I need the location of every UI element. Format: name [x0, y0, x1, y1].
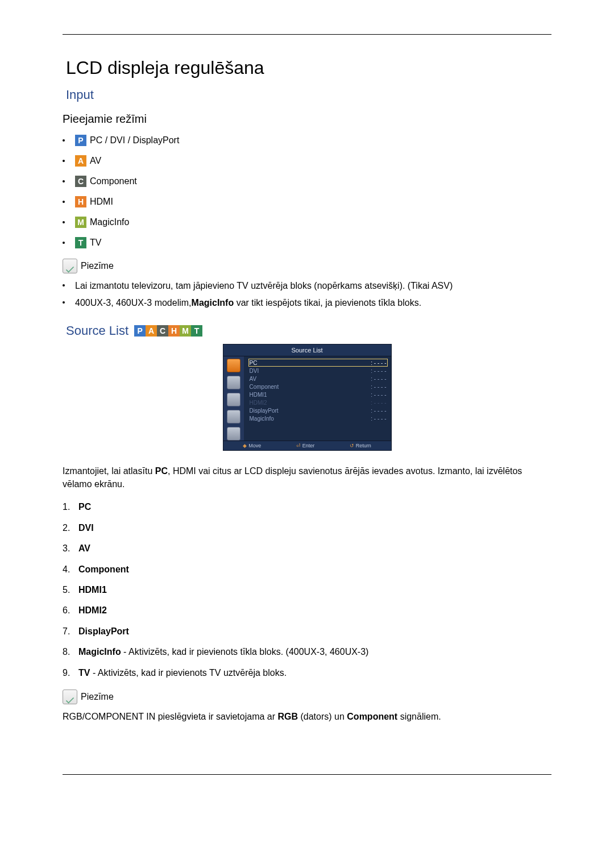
list-item: 7.DisplayPort	[63, 625, 551, 638]
osd-row-label: DisplayPort	[250, 408, 279, 414]
list-item: 5.HDMI1	[63, 584, 551, 596]
osd-row-label: DVI	[250, 368, 259, 374]
osd-row: DisplayPort- - - -	[248, 406, 388, 414]
list-number: 5.	[63, 584, 78, 596]
mode-item: CComponent	[63, 176, 551, 187]
note-head: Piezīme	[63, 259, 551, 273]
list-number: 9.	[63, 667, 78, 679]
note-icon	[63, 690, 77, 704]
list-number: 6.	[63, 604, 78, 617]
mode-label: TV	[90, 238, 101, 248]
list-item: 9.TV - Aktivizēts, kad ir pievienots TV …	[63, 667, 551, 679]
list-text: AV	[78, 542, 90, 555]
note-head-2: Piezīme	[63, 690, 551, 704]
osd-row-label: Component	[250, 384, 279, 390]
osd-row-value: - - - -	[371, 408, 386, 414]
list-item: 8.MagicInfo - Aktivizēts, kad ir pievien…	[63, 646, 551, 658]
list-text: Component	[78, 563, 129, 576]
osd-screenshot: Source List PC- - - -DVI- - - -AV- - - -…	[223, 344, 392, 451]
list-number: 8.	[63, 646, 78, 658]
strip-badge-c-icon: C	[157, 325, 168, 337]
list-item: 3.AV	[63, 542, 551, 555]
osd-ico-3-icon	[227, 393, 240, 406]
osd-row: PC- - - -	[248, 359, 388, 367]
list-text: HDMI2	[78, 604, 107, 617]
osd-foot-enter: ⏎Enter	[296, 443, 315, 448]
list-text: DVI	[78, 522, 94, 534]
list-number: 7.	[63, 625, 78, 638]
osd-row: Component- - - -	[248, 383, 388, 391]
osd-row: DVI- - - -	[248, 367, 388, 375]
osd-row-value: - - - -	[371, 360, 386, 366]
note-item: 400UX-3, 460UX-3 modelim,MagicInfo var t…	[63, 296, 551, 310]
mode-item: MMagicInfo	[63, 217, 551, 228]
strip-badge-p-icon: P	[134, 325, 146, 337]
note-list: Lai izmantotu televizoru, tam jāpievieno…	[63, 279, 551, 310]
list-number: 3.	[63, 542, 78, 555]
osd-ico-5-icon	[227, 427, 240, 441]
list-text: HDMI1	[78, 584, 107, 596]
osd-main: PC- - - -DVI- - - -AV- - - -Component- -…	[244, 356, 391, 441]
mode-badge-h-icon: H	[75, 196, 86, 207]
mode-badge-a-icon: A	[75, 155, 86, 167]
page: LCD displeja regulēšana Input Pieejamie …	[0, 0, 614, 868]
osd-row-label: HDMI1	[250, 392, 267, 398]
osd-row-value: - - - -	[371, 392, 386, 398]
osd-row: HDMI1- - - -	[248, 391, 388, 398]
source-list-heading: Source List	[66, 323, 128, 338]
bullet-icon	[63, 242, 65, 244]
osd-foot-move: ◆Move	[243, 443, 261, 448]
mode-label: AV	[90, 156, 101, 166]
note-item: Lai izmantotu televizoru, tam jāpievieno…	[63, 279, 551, 293]
page-title: LCD displeja regulēšana	[66, 57, 551, 78]
osd-row: HDMI2- - - -	[248, 398, 388, 406]
list-item: 1.PC	[63, 501, 551, 513]
osd-row-label: AV	[250, 376, 257, 382]
note-label-2: Piezīme	[81, 692, 114, 702]
mode-item: AAV	[63, 155, 551, 167]
list-item: 6.HDMI2	[63, 604, 551, 617]
list-number: 4.	[63, 563, 78, 576]
list-text: DisplayPort	[78, 625, 129, 638]
osd-footer: ◆Move ⏎Enter ↺Return	[223, 441, 391, 450]
osd-sidebar	[223, 356, 244, 441]
mode-list: PPC / DVI / DisplayPortAAVCComponentHHDM…	[63, 135, 551, 248]
list-text: PC	[78, 501, 91, 513]
osd-row: MagicInfo- - - -	[248, 414, 388, 422]
bullet-icon	[63, 284, 65, 286]
bullet-icon	[63, 139, 65, 142]
strip-badge-h-icon: H	[168, 325, 180, 337]
mode-label: PC / DVI / DisplayPort	[90, 135, 179, 146]
mode-badge-c-icon: C	[75, 176, 86, 187]
bullet-icon	[63, 201, 65, 203]
note-icon	[63, 259, 77, 273]
bullet-icon	[63, 180, 65, 182]
list-item: 4.Component	[63, 563, 551, 576]
strip-badge-t-icon: T	[191, 325, 202, 337]
osd-ico-4-icon	[227, 410, 240, 423]
osd-body: PC- - - -DVI- - - -AV- - - -Component- -…	[223, 356, 391, 441]
list-text: MagicInfo - Aktivizēts, kad ir pievienot…	[78, 646, 368, 658]
mode-label: Component	[90, 176, 137, 186]
modes-heading: Pieejamie režīmi	[63, 113, 551, 126]
note-text: Lai izmantotu televizoru, tam jāpievieno…	[75, 279, 453, 293]
osd-row: AV- - - -	[248, 375, 388, 383]
osd-row-value: - - - -	[371, 376, 386, 382]
strip-badge-a-icon: A	[146, 325, 157, 337]
mode-item: PPC / DVI / DisplayPort	[63, 135, 551, 146]
bullet-icon	[63, 160, 65, 162]
top-divider	[63, 34, 551, 35]
strip-badge-m-icon: M	[180, 325, 191, 337]
mode-badge-p-icon: P	[75, 135, 86, 146]
badge-strip: PACHMT	[134, 325, 202, 337]
bullet-icon	[63, 301, 65, 304]
osd-row-label: MagicInfo	[250, 416, 274, 422]
bottom-divider	[63, 774, 551, 775]
mode-label: MagicInfo	[90, 217, 129, 227]
list-text: TV - Aktivizēts, kad ir pievienots TV uz…	[78, 667, 287, 679]
mode-label: HDMI	[90, 197, 113, 207]
list-item: 2.DVI	[63, 522, 551, 534]
source-numbered-list: 1.PC2.DVI3.AV4.Component5.HDMI16.HDMI27.…	[63, 501, 551, 679]
osd-ico-input-icon	[227, 359, 240, 372]
osd-row-label: PC	[250, 360, 258, 366]
